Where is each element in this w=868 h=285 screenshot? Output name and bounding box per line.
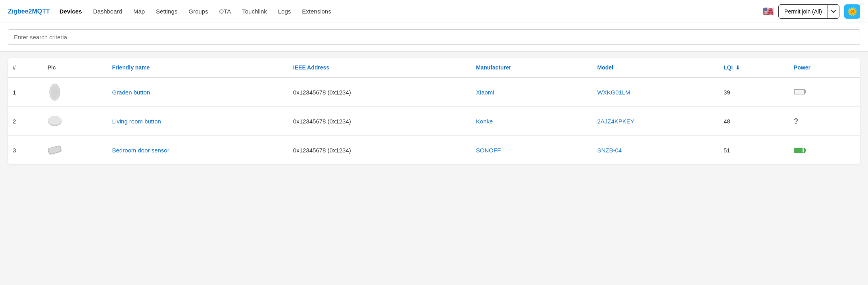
device-link[interactable]: Living room button [112,118,161,125]
model-link[interactable]: SNZB-04 [597,147,622,154]
sun-button[interactable]: 🌞 [844,4,860,19]
row-friendly-name: Living room button [107,107,288,136]
nav-item-settings[interactable]: Settings [151,6,182,17]
sun-icon: 🌞 [847,7,857,16]
row-manufacturer: Konke [471,107,593,136]
nav-item-logs[interactable]: Logs [273,6,296,17]
table-row: 3 Bedroom door sensor 0x12345678 (0x1234… [8,136,860,165]
flag-icon: 🇺🇸 [763,6,774,17]
row-index: 2 [8,107,43,136]
col-header-model[interactable]: Model [593,58,719,77]
battery-empty-icon [794,89,805,94]
svg-point-3 [48,116,61,125]
row-pic [43,107,108,136]
row-index: 1 [8,77,43,107]
manufacturer-link[interactable]: Xiaomi [476,89,494,96]
row-manufacturer: SONOFF [471,136,593,165]
model-link[interactable]: 2AJZ4KPKEY [597,118,634,125]
row-ieee: 0x12345678 (0x1234) [288,77,471,107]
nav-item-devices[interactable]: Devices [55,6,87,17]
col-header-power[interactable]: Power [789,58,860,77]
device-pic-svg [48,116,62,127]
col-header-manufacturer[interactable]: Manufacturer [471,58,593,77]
row-friendly-name: Graden button [107,77,288,107]
table-row: 1 Graden button 0x12345678 (0x1234) Xiao… [8,77,860,107]
row-power [789,136,860,165]
lqi-sort-icon: ⬇ [735,65,740,71]
device-pic-svg [48,144,62,156]
nav-brand[interactable]: Zigbee2MQTT [8,8,50,15]
navbar: Zigbee2MQTT Devices Dashboard Map Settin… [0,0,868,23]
nav-item-extensions[interactable]: Extensions [297,6,336,17]
nav-item-map[interactable]: Map [129,6,150,17]
permit-join-label: Permit join (All) [779,8,828,15]
manufacturer-link[interactable]: SONOFF [476,147,501,154]
row-ieee: 0x12345678 (0x1234) [288,107,471,136]
chevron-down-icon [831,10,836,13]
table-header-row: # Pic Friendly name IEEE Address Manufac… [8,58,860,77]
row-friendly-name: Bedroom door sensor [107,136,288,165]
row-model: WXKG01LM [593,77,719,107]
row-lqi: 48 [719,107,789,136]
device-link[interactable]: Graden button [112,89,150,96]
device-link[interactable]: Bedroom door sensor [112,147,169,154]
row-pic [43,136,108,165]
search-bar-section [0,23,868,52]
row-lqi: 39 [719,77,789,107]
model-link[interactable]: WXKG01LM [597,89,630,96]
device-pic-svg [49,83,60,101]
col-header-lqi[interactable]: LQI ⬇ [719,58,789,77]
row-model: 2AJZ4KPKEY [593,107,719,136]
nav-item-touchlink[interactable]: Touchlink [237,6,272,17]
row-index: 3 [8,136,43,165]
col-header-friendly-name[interactable]: Friendly name [107,58,288,77]
svg-point-1 [51,85,59,99]
permit-join-caret[interactable] [828,5,839,18]
row-power [789,77,860,107]
battery-green-icon [794,148,805,153]
col-header-ieee[interactable]: IEEE Address [288,58,471,77]
row-model: SNZB-04 [593,136,719,165]
row-ieee: 0x12345678 (0x1234) [288,136,471,165]
col-header-pic: Pic [43,58,108,77]
power-unknown-icon: ? [794,117,799,125]
devices-table: # Pic Friendly name IEEE Address Manufac… [8,58,860,164]
permit-join-button[interactable]: Permit join (All) [778,4,839,19]
nav-item-dashboard[interactable]: Dashboard [88,6,127,17]
col-header-hash: # [8,58,43,77]
devices-table-wrap: # Pic Friendly name IEEE Address Manufac… [8,58,860,164]
row-lqi: 51 [719,136,789,165]
row-manufacturer: Xiaomi [471,77,593,107]
table-row: 2 Living room button 0x12345678 (0x1234)… [8,107,860,136]
row-pic [43,77,108,107]
nav-item-groups[interactable]: Groups [184,6,213,17]
row-power: ? [789,107,860,136]
manufacturer-link[interactable]: Konke [476,118,493,125]
nav-item-ota[interactable]: OTA [214,6,236,17]
search-input[interactable] [8,29,860,45]
